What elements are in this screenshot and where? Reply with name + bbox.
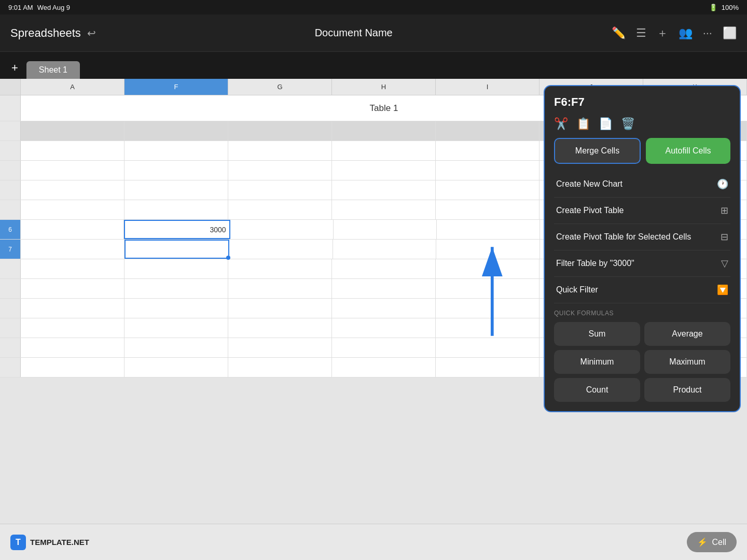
grid-cell[interactable] — [21, 338, 125, 357]
share-icon[interactable]: 👥 — [679, 26, 693, 40]
grid-cell[interactable] — [436, 338, 540, 357]
col-header-g[interactable]: G — [228, 79, 332, 95]
grid-cell[interactable] — [436, 358, 540, 377]
grid-cell[interactable] — [21, 299, 125, 318]
grid-cell-i6[interactable] — [437, 220, 540, 239]
grid-cell[interactable] — [125, 299, 228, 318]
grid-cell[interactable] — [21, 121, 125, 141]
grid-cell[interactable] — [125, 180, 228, 200]
grid-cell[interactable] — [332, 338, 436, 357]
merge-cells-button[interactable]: Merge Cells — [554, 138, 641, 164]
grid-cell[interactable] — [228, 279, 332, 298]
grid-cell[interactable] — [332, 161, 436, 180]
grid-cell-g6[interactable] — [230, 220, 334, 239]
grid-cell[interactable] — [21, 141, 125, 160]
more-icon[interactable]: ··· — [703, 26, 712, 40]
export-icon[interactable]: ⬜ — [723, 26, 737, 40]
cut-icon[interactable]: ✂️ — [554, 117, 568, 131]
quick-filter-item[interactable]: Quick Filter 🔽 — [554, 277, 730, 303]
count-button[interactable]: Count — [554, 378, 640, 402]
cell-button[interactable]: ⚡ Cell — [687, 532, 737, 552]
grid-cell[interactable] — [125, 200, 228, 219]
col-header-f[interactable]: F — [125, 79, 228, 95]
grid-cell[interactable] — [125, 141, 228, 160]
grid-cell[interactable] — [21, 279, 125, 298]
grid-cell[interactable] — [21, 200, 125, 219]
grid-cell[interactable] — [228, 299, 332, 318]
grid-cell[interactable] — [332, 299, 436, 318]
grid-cell[interactable] — [228, 358, 332, 377]
grid-cell[interactable] — [21, 161, 125, 180]
copy-icon[interactable]: 📋 — [576, 117, 590, 131]
grid-cell[interactable] — [332, 200, 436, 219]
product-button[interactable]: Product — [644, 378, 730, 402]
grid-cell-a6[interactable] — [21, 220, 124, 239]
grid-cell[interactable] — [125, 279, 228, 298]
grid-cell[interactable] — [332, 318, 436, 338]
sum-button[interactable]: Sum — [554, 322, 640, 346]
menu-icon[interactable]: ☰ — [636, 26, 646, 40]
autofill-cells-button[interactable]: Autofill Cells — [646, 138, 730, 164]
grid-cell-a7[interactable] — [21, 240, 125, 259]
grid-cell[interactable] — [125, 358, 228, 377]
add-icon[interactable]: ＋ — [657, 25, 668, 41]
grid-cell-h6[interactable] — [334, 220, 437, 239]
grid-cell[interactable] — [436, 141, 540, 160]
grid-cell[interactable] — [125, 318, 228, 338]
add-sheet-button[interactable]: + — [5, 57, 24, 79]
grid-cell[interactable] — [436, 121, 540, 141]
maximum-button[interactable]: Maximum — [644, 350, 730, 374]
grid-cell[interactable] — [125, 161, 228, 180]
grid-cell[interactable] — [332, 121, 436, 141]
delete-icon[interactable]: 🗑️ — [621, 117, 635, 131]
sheet-tab-1[interactable]: Sheet 1 — [26, 61, 80, 79]
history-icon[interactable]: ↩ — [87, 27, 96, 39]
grid-cell[interactable] — [125, 259, 228, 278]
document-name[interactable]: Document Name — [315, 27, 393, 39]
grid-cell[interactable] — [332, 141, 436, 160]
grid-cell[interactable] — [21, 358, 125, 377]
paste-icon[interactable]: 📄 — [599, 117, 613, 131]
create-pivot-table-selected-item[interactable]: Create Pivot Table for Selected Cells ⊟ — [554, 224, 730, 250]
col-header-a[interactable]: A — [21, 79, 125, 95]
grid-cell[interactable] — [436, 259, 540, 278]
grid-cell-f6[interactable]: 3000 — [124, 220, 230, 239]
grid-cell[interactable] — [21, 259, 125, 278]
grid-cell[interactable] — [436, 180, 540, 200]
grid-cell[interactable] — [228, 180, 332, 200]
grid-cell-h7[interactable] — [333, 240, 437, 259]
filter-table-item[interactable]: Filter Table by "3000" ▽ — [554, 250, 730, 277]
grid-cell[interactable] — [125, 338, 228, 357]
create-pivot-table-item[interactable]: Create Pivot Table ⊞ — [554, 198, 730, 224]
grid-cell-g7[interactable] — [229, 240, 333, 259]
col-header-h[interactable]: H — [332, 79, 436, 95]
grid-cell[interactable] — [436, 318, 540, 338]
grid-cell[interactable] — [228, 161, 332, 180]
create-new-chart-item[interactable]: Create New Chart 🕐 — [554, 171, 730, 198]
col-header-i[interactable]: I — [436, 79, 540, 95]
grid-cell[interactable] — [228, 318, 332, 338]
grid-cell[interactable] — [21, 180, 125, 200]
grid-cell[interactable] — [436, 200, 540, 219]
grid-cell[interactable] — [436, 299, 540, 318]
grid-cell[interactable] — [436, 279, 540, 298]
grid-cell[interactable] — [228, 259, 332, 278]
edit-icon[interactable]: ✏️ — [612, 26, 626, 40]
grid-cell[interactable] — [332, 259, 436, 278]
grid-cell[interactable] — [228, 121, 332, 141]
app-title: Spreadsheets — [10, 26, 81, 40]
grid-cell[interactable] — [228, 338, 332, 357]
pivot-table-icon: ⊞ — [721, 205, 728, 216]
grid-cell[interactable] — [332, 180, 436, 200]
grid-cell[interactable] — [125, 121, 228, 141]
grid-cell[interactable] — [228, 141, 332, 160]
grid-cell[interactable] — [21, 318, 125, 338]
minimum-button[interactable]: Minimum — [554, 350, 640, 374]
grid-cell-i7[interactable] — [436, 240, 540, 259]
grid-cell[interactable] — [436, 161, 540, 180]
grid-cell-f7[interactable] — [125, 240, 230, 259]
grid-cell[interactable] — [332, 279, 436, 298]
grid-cell[interactable] — [332, 358, 436, 377]
grid-cell[interactable] — [228, 200, 332, 219]
average-button[interactable]: Average — [644, 322, 730, 346]
